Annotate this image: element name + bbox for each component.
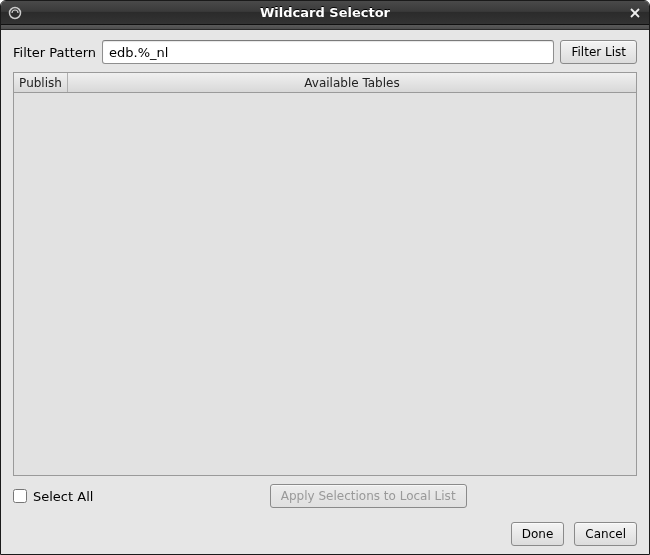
done-button[interactable]: Done xyxy=(511,522,565,546)
select-all-checkbox[interactable] xyxy=(13,489,27,503)
filter-pattern-label: Filter Pattern xyxy=(13,45,96,60)
window-title: Wildcard Selector xyxy=(260,5,390,20)
window-body: Filter Pattern Filter List Publish Avail… xyxy=(1,30,649,554)
select-all-row: Select All Apply Selections to Local Lis… xyxy=(13,484,637,508)
filter-row: Filter Pattern Filter List xyxy=(13,40,637,64)
close-icon[interactable] xyxy=(627,5,643,21)
tables-list: Publish Available Tables xyxy=(13,72,637,476)
table-body xyxy=(14,93,636,475)
select-all-label: Select All xyxy=(33,489,93,504)
cancel-button[interactable]: Cancel xyxy=(574,522,637,546)
titlebar: Wildcard Selector xyxy=(1,1,649,25)
app-icon xyxy=(7,5,23,21)
svg-point-0 xyxy=(10,7,21,18)
column-header-publish[interactable]: Publish xyxy=(14,73,68,92)
table-header: Publish Available Tables xyxy=(14,73,636,93)
column-header-available-tables[interactable]: Available Tables xyxy=(68,73,636,92)
dialog-buttons: Done Cancel xyxy=(13,522,637,546)
window-frame: Wildcard Selector Filter Pattern Filter … xyxy=(0,0,650,555)
apply-selections-button[interactable]: Apply Selections to Local List xyxy=(270,484,467,508)
filter-list-button[interactable]: Filter List xyxy=(560,40,637,64)
apply-wrapper: Apply Selections to Local List xyxy=(99,484,637,508)
filter-pattern-input[interactable] xyxy=(102,40,554,64)
